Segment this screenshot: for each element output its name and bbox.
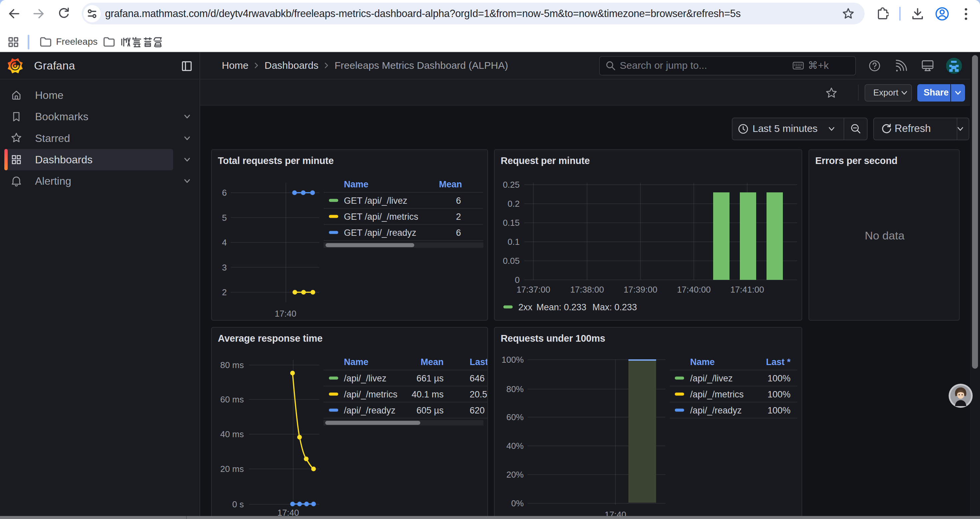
svg-text:0%: 0% [511,498,524,508]
svg-text:3: 3 [222,262,227,273]
svg-text:2xx: 2xx [519,302,533,312]
svg-text:40%: 40% [506,441,524,451]
svg-text:No data: No data [865,229,904,242]
svg-text:Mean: 0.233: Mean: 0.233 [536,302,586,312]
svg-text:40 ms: 40 ms [220,429,244,439]
svg-text:6: 6 [456,228,461,238]
svg-text:Name: Name [690,357,715,367]
svg-text:Name: Name [344,179,369,189]
svg-text:/api/_/livez: /api/_/livez [690,374,733,383]
svg-text:100%: 100% [767,406,791,415]
svg-text:80 ms: 80 ms [220,360,244,370]
svg-text:605 µs: 605 µs [416,406,444,415]
svg-text:100%: 100% [767,374,791,383]
svg-text:620: 620 [470,406,485,415]
svg-text:80%: 80% [506,384,524,394]
svg-text:6: 6 [222,188,227,198]
svg-text:0.05: 0.05 [503,256,520,266]
svg-text:17:39:00: 17:39:00 [624,284,657,295]
svg-text:17:40:00: 17:40:00 [677,284,711,295]
svg-text:661 µs: 661 µs [416,374,444,383]
svg-text:/api/_/metrics: /api/_/metrics [344,390,398,399]
svg-text:Last *: Last * [470,357,487,367]
svg-text:5: 5 [222,213,227,223]
svg-text:GET /api/_/livez: GET /api/_/livez [344,196,407,206]
svg-text:40.1 ms: 40.1 ms [412,390,444,399]
svg-text:Mean: Mean [421,357,444,367]
svg-text:0 s: 0 s [232,499,244,509]
svg-text:Mean: Mean [439,179,462,189]
svg-text:60 ms: 60 ms [220,394,244,404]
svg-text:4: 4 [222,238,227,248]
svg-text:20 ms: 20 ms [220,464,244,474]
svg-text:6: 6 [456,196,461,206]
svg-text:0.25: 0.25 [503,180,520,190]
svg-text:/api/_/metrics: /api/_/metrics [690,390,744,399]
svg-text:/api/_/readyz: /api/_/readyz [690,406,742,415]
svg-text:/api/_/readyz: /api/_/readyz [344,406,396,415]
svg-text:646: 646 [470,374,485,383]
svg-text:GET /api/_/metrics: GET /api/_/metrics [344,212,418,222]
svg-text:0.15: 0.15 [503,218,520,228]
svg-text:17:37:00: 17:37:00 [516,284,550,295]
svg-text:2: 2 [222,287,227,297]
svg-text:/api/_/livez: /api/_/livez [344,374,387,383]
svg-text:GET /api/_/readyz: GET /api/_/readyz [344,228,416,238]
svg-text:20%: 20% [506,469,524,480]
svg-text:100%: 100% [502,355,524,365]
svg-text:60%: 60% [506,412,524,422]
svg-text:0.2: 0.2 [508,199,520,209]
svg-text:17:40: 17:40 [275,308,296,319]
svg-text:17:38:00: 17:38:00 [570,284,604,295]
svg-text:0: 0 [515,275,520,285]
svg-text:Last *: Last * [766,357,791,367]
svg-text:2: 2 [456,212,461,222]
svg-text:100%: 100% [767,390,791,399]
svg-text:0.1: 0.1 [508,237,520,247]
svg-text:20.5 m: 20.5 m [470,390,487,399]
svg-text:17:41:00: 17:41:00 [730,284,764,295]
svg-text:Name: Name [344,357,369,367]
svg-text:Max: 0.233: Max: 0.233 [592,302,637,312]
